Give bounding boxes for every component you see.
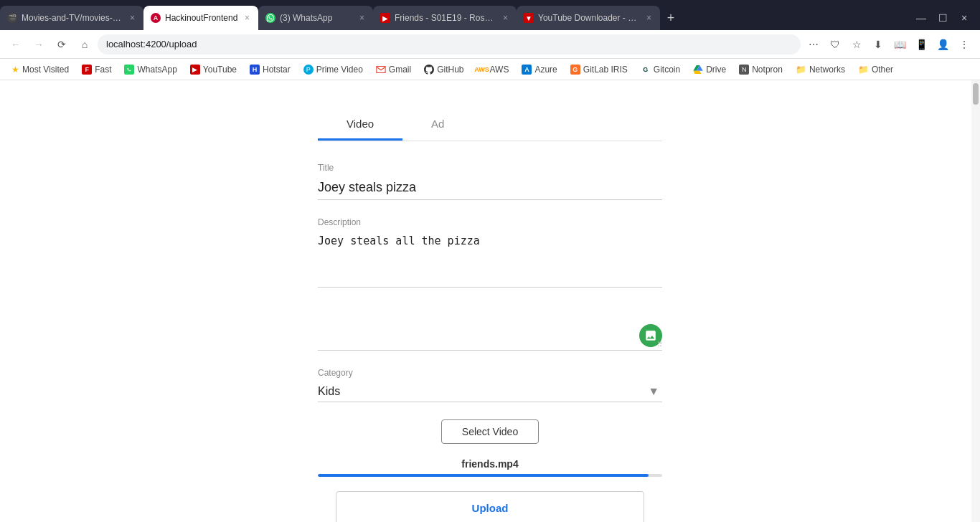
other-folder-icon: 📁 xyxy=(858,65,869,75)
bookmark-label-aws: AWS xyxy=(490,65,509,75)
resize-handle: ⠿ xyxy=(657,341,662,348)
form-tabs: Video Ad xyxy=(318,109,662,141)
tab-close-movies[interactable]: × xyxy=(128,11,136,24)
gmail-favicon xyxy=(376,65,386,75)
bookmark-gitlab[interactable]: G GitLab IRIS xyxy=(565,61,633,78)
bookmark-label-whatsapp: WhatsApp xyxy=(137,65,176,75)
close-button[interactable]: × xyxy=(954,8,974,28)
aws-favicon: AWS xyxy=(477,65,487,75)
title-field-group: Title xyxy=(318,163,662,200)
category-select[interactable]: Kids Entertainment Education News Sports… xyxy=(318,381,662,402)
bookmark-whatsapp[interactable]: WhatsApp xyxy=(118,61,182,78)
tab-label-whatsapp: (3) WhatsApp xyxy=(280,13,354,23)
bookmark-label-gitlab: GitLab IRIS xyxy=(583,65,628,75)
window-controls: — ☐ × xyxy=(905,6,980,30)
bookmark-drive[interactable]: Drive xyxy=(687,61,732,78)
tab-favicon-friends: ▶ xyxy=(380,13,390,23)
maximize-button[interactable]: ☐ xyxy=(933,8,953,28)
tab-label-hackinout: HackinoutFrontend xyxy=(165,13,239,23)
scrollbar-track[interactable] xyxy=(971,80,980,522)
address-input[interactable] xyxy=(98,34,801,54)
description-input[interactable] xyxy=(318,230,662,288)
youtube-favicon: ▶ xyxy=(190,65,200,75)
forward-button[interactable]: → xyxy=(29,34,49,54)
tab-favicon-ytdl: ▼ xyxy=(524,13,534,23)
reload-button[interactable]: ⟳ xyxy=(52,34,72,54)
fast-favicon: F xyxy=(82,65,92,75)
star-icon: ★ xyxy=(11,65,19,75)
azure-favicon: A xyxy=(522,65,532,75)
home-button[interactable]: ⌂ xyxy=(75,34,95,54)
bookmark-icon[interactable]: ☆ xyxy=(847,34,867,54)
extensions-icon[interactable]: ⋯ xyxy=(804,34,824,54)
page-content: Video Ad Title Description ⠿ xyxy=(0,80,980,522)
bookmark-gmail[interactable]: Gmail xyxy=(370,61,417,78)
bookmark-label-gmail: Gmail xyxy=(389,65,411,75)
menu-icon[interactable]: ⋮ xyxy=(954,34,974,54)
tab-ad[interactable]: Ad xyxy=(402,109,473,141)
reading-list-icon[interactable]: 📖 xyxy=(890,34,910,54)
drive-favicon xyxy=(693,65,703,75)
back-button[interactable]: ← xyxy=(6,34,26,54)
github-favicon xyxy=(424,65,434,75)
description-field-group: Description xyxy=(318,217,662,290)
tab-close-whatsapp[interactable]: × xyxy=(358,11,366,24)
profile-icon[interactable]: 👤 xyxy=(933,34,953,54)
tab-close-friends[interactable]: × xyxy=(501,11,509,24)
tab-label-friends: Friends - S01E19 - Ross "woo"... xyxy=(395,13,497,23)
upload-button[interactable]: Upload xyxy=(336,491,644,522)
bookmark-prime[interactable]: P Prime Video xyxy=(298,61,369,78)
hotstar-favicon: H xyxy=(250,65,260,75)
gitcoin-favicon: G xyxy=(641,65,651,75)
tab-hackinout[interactable]: A HackinoutFrontend × xyxy=(143,6,258,30)
scrollbar-thumb[interactable] xyxy=(973,83,979,105)
tab-friends[interactable]: ▶ Friends - S01E19 - Ross "woo"... × xyxy=(373,6,517,30)
bookmark-hotstar[interactable]: H Hotstar xyxy=(244,61,296,78)
bookmark-other[interactable]: 📁 Other xyxy=(852,61,899,78)
bookmark-youtube[interactable]: ▶ YouTube xyxy=(184,61,242,78)
upload-form-container: Video Ad Title Description ⠿ xyxy=(303,95,677,522)
bookmark-label-github: GitHub xyxy=(437,65,463,75)
bookmark-label-networks: Networks xyxy=(809,65,845,75)
bookmark-label-fast: Fast xyxy=(95,65,111,75)
toolbar-icons: ⋯ 🛡 ☆ ⬇ 📖 📱 👤 ⋮ xyxy=(804,34,974,54)
progress-bar-container xyxy=(318,474,662,477)
shield-icon[interactable]: 🛡 xyxy=(825,34,845,54)
description-label: Description xyxy=(318,217,662,227)
bookmark-networks[interactable]: 📁 Networks xyxy=(790,61,851,78)
category-field-group: Category Kids Entertainment Education Ne… xyxy=(318,368,662,402)
file-name: friends.mp4 xyxy=(318,458,662,470)
gitlab-favicon: G xyxy=(570,65,580,75)
prime-favicon: P xyxy=(303,65,314,75)
category-label: Category xyxy=(318,368,662,378)
tab-close-hackinout[interactable]: × xyxy=(243,11,251,24)
bookmark-github[interactable]: GitHub xyxy=(418,61,469,78)
browser-chrome: 🎬 Movies-and-TV/movies-app-a... × A Hack… xyxy=(0,0,980,80)
bookmark-label-hotstar: Hotstar xyxy=(263,65,291,75)
tab-favicon-movies: 🎬 xyxy=(7,13,17,23)
bookmark-most-visited[interactable]: ★ Most Visited xyxy=(6,61,75,78)
tab-favicon-whatsapp xyxy=(265,13,275,23)
minimize-button[interactable]: — xyxy=(911,8,931,28)
bookmark-fast[interactable]: F Fast xyxy=(76,61,117,78)
new-tab-button[interactable]: + xyxy=(660,6,682,30)
tab-close-ytdl[interactable]: × xyxy=(645,11,653,24)
bookmark-azure[interactable]: A Azure xyxy=(516,61,562,78)
tab-whatsapp[interactable]: (3) WhatsApp × xyxy=(258,6,373,30)
bookmark-aws[interactable]: AWS AWS xyxy=(471,61,515,78)
title-input[interactable] xyxy=(318,176,662,200)
networks-folder-icon: 📁 xyxy=(796,65,806,75)
title-label: Title xyxy=(318,163,662,173)
tab-video[interactable]: Video xyxy=(318,109,402,141)
thumbnail-area[interactable]: ⠿ xyxy=(318,308,662,351)
bookmark-label: Most Visited xyxy=(22,65,69,75)
bookmark-notpron[interactable]: N Notpron xyxy=(733,61,788,78)
download-icon[interactable]: ⬇ xyxy=(868,34,888,54)
tab-movies[interactable]: 🎬 Movies-and-TV/movies-app-a... × xyxy=(0,6,143,30)
sync-icon[interactable]: 📱 xyxy=(911,34,931,54)
select-video-button[interactable]: Select Video xyxy=(441,419,539,444)
tab-yt-downloader[interactable]: ▼ YouTube Downloader - Downl... × xyxy=(517,6,660,30)
bookmark-gitcoin[interactable]: G Gitcoin xyxy=(635,61,686,78)
category-select-wrapper: Kids Entertainment Education News Sports… xyxy=(318,381,662,402)
bookmark-label-azure: Azure xyxy=(534,65,557,75)
